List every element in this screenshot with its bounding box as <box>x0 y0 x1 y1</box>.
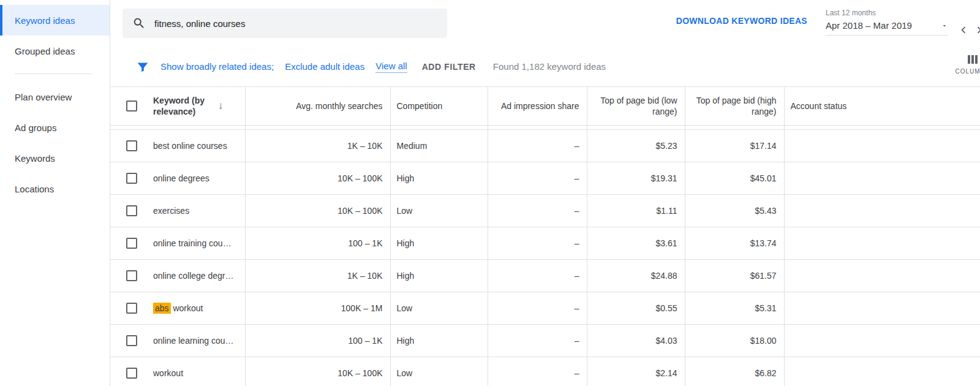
account-status-cell <box>784 194 980 227</box>
keyword-cell: workout <box>153 357 245 386</box>
top-of-page-bid-low-cell: $3.61 <box>587 227 685 259</box>
header-label: Ad impression share <box>501 100 579 112</box>
header-competition[interactable]: Competition <box>390 87 488 125</box>
sidebar-item-locations[interactable]: Locations <box>0 173 110 204</box>
top-of-page-bid-low-cell: $19.31 <box>587 162 685 194</box>
top-of-page-bid-low-cell: $5.23 <box>587 129 685 162</box>
competition-cell: High <box>390 324 488 357</box>
sidebar-item-label: Keywords <box>15 153 55 164</box>
table-row: workout10K – 100KLow–$2.14$6.82 <box>110 357 980 386</box>
sidebar-item-label: Keyword ideas <box>15 15 75 26</box>
select-all-checkbox[interactable] <box>126 100 137 112</box>
account-status-cell <box>784 227 980 259</box>
search-input[interactable] <box>154 18 437 29</box>
download-keyword-ideas-button[interactable]: DOWNLOAD KEYWORD IDEAS <box>676 16 807 26</box>
header-account-status[interactable]: Account status <box>784 87 980 125</box>
keyword-highlight: abs <box>153 303 171 314</box>
sidebar-item-grouped-ideas[interactable]: Grouped ideas <box>0 36 110 66</box>
sidebar-item-ad-groups[interactable]: Ad groups <box>0 112 110 143</box>
row-checkbox[interactable] <box>126 205 137 216</box>
row-checkbox[interactable] <box>126 173 137 184</box>
table-row: exercises10K – 100KLow–$1.11$5.43 <box>110 194 980 227</box>
main-content: DOWNLOAD KEYWORD IDEAS Last 12 months Ap… <box>110 0 980 386</box>
header-keyword[interactable]: Keyword (by relevance) ↓ <box>153 87 245 125</box>
top-of-page-bid-low-cell: $1.11 <box>587 194 685 227</box>
account-status-cell <box>784 259 980 292</box>
account-status-cell <box>784 162 980 194</box>
sidebar-item-plan-overview[interactable]: Plan overview <box>0 81 110 112</box>
competition-cell: Low <box>390 357 488 386</box>
competition-cell: Low <box>390 194 488 227</box>
row-checkbox-cell <box>110 129 153 162</box>
ad-impression-share-cell: – <box>488 259 587 292</box>
top-of-page-bid-high-cell: $13.74 <box>685 227 784 259</box>
table-row: online degrees10K – 100KHigh–$19.31$45.0… <box>110 162 980 194</box>
top-bar: DOWNLOAD KEYWORD IDEAS Last 12 months Ap… <box>110 0 980 47</box>
row-checkbox[interactable] <box>126 140 137 151</box>
ad-impression-share-cell: – <box>488 194 587 227</box>
row-checkbox[interactable] <box>126 303 137 314</box>
top-of-page-bid-high-cell: $45.01 <box>685 162 784 194</box>
header-label: Competition <box>397 100 443 112</box>
results-count: Found 1,182 keyword ideas <box>493 61 606 72</box>
filter-funnel-icon[interactable] <box>136 60 149 74</box>
header-top-of-page-bid-low[interactable]: Top of page bid (low range) <box>587 87 685 125</box>
header-label: Account status <box>791 100 847 112</box>
columns-button[interactable]: COLUMNS <box>951 54 980 75</box>
row-checkbox[interactable] <box>126 270 137 281</box>
header-label: Top of page bid (high range) <box>685 95 777 117</box>
top-of-page-bid-high-cell: $6.82 <box>685 357 784 386</box>
keyword-ideas-table-wrap: Keyword (by relevance) ↓ Avg. monthly se… <box>110 87 980 386</box>
filter-link-view-all[interactable]: View all <box>375 61 407 73</box>
header-label: Avg. monthly searches <box>296 100 382 112</box>
header-shadow-divider <box>110 125 980 129</box>
row-checkbox-cell <box>110 194 153 227</box>
avg-monthly-searches-cell: 1K – 10K <box>245 129 390 162</box>
row-checkbox[interactable] <box>126 238 137 249</box>
date-range-picker: Last 12 months Apr 2018 – Mar 2019 <box>826 9 948 36</box>
keyword-ideas-table: Keyword (by relevance) ↓ Avg. monthly se… <box>110 87 980 386</box>
avg-monthly-searches-cell: 100 – 1K <box>245 324 390 357</box>
filter-link-broadly-related[interactable]: Show broadly related ideas; <box>160 61 274 72</box>
header-avg-monthly-searches[interactable]: Avg. monthly searches <box>245 87 390 125</box>
top-of-page-bid-low-cell: $2.14 <box>587 357 685 386</box>
avg-monthly-searches-cell: 100 – 1K <box>245 227 390 259</box>
chevron-right-icon[interactable] <box>971 22 980 38</box>
table-row: online college degr…1K – 10KHigh–$24.88$… <box>110 259 980 292</box>
account-status-cell <box>784 129 980 162</box>
avg-monthly-searches-cell: 100K – 1M <box>245 292 390 324</box>
filter-bar: Show broadly related ideas; Exclude adul… <box>110 47 980 87</box>
keyword-planner-app: Keyword ideas Grouped ideas Plan overvie… <box>0 0 980 386</box>
header-top-of-page-bid-high[interactable]: Top of page bid (high range) <box>685 87 784 125</box>
top-of-page-bid-high-cell: $5.43 <box>685 194 784 227</box>
table-header-row: Keyword (by relevance) ↓ Avg. monthly se… <box>110 87 980 125</box>
row-checkbox-cell <box>110 259 153 292</box>
sort-descending-icon: ↓ <box>218 100 224 112</box>
header-ad-impression-share[interactable]: Ad impression share <box>488 87 587 125</box>
sidebar-divider <box>15 74 92 74</box>
competition-cell: High <box>390 227 488 259</box>
table-row: online learning cou…100 – 1KHigh–$4.03$1… <box>110 324 980 357</box>
row-checkbox[interactable] <box>126 335 137 346</box>
top-of-page-bid-high-cell: $18.00 <box>685 324 784 357</box>
search-icon <box>132 17 146 30</box>
date-range-select[interactable]: Apr 2018 – Mar 2019 <box>826 20 948 36</box>
avg-monthly-searches-cell: 10K – 100K <box>245 162 390 194</box>
columns-icon <box>967 54 978 65</box>
row-checkbox-cell <box>110 357 153 386</box>
sidebar-item-keyword-ideas[interactable]: Keyword ideas <box>0 5 110 36</box>
sidebar-item-keywords[interactable]: Keywords <box>0 143 110 173</box>
ad-impression-share-cell: – <box>488 292 587 324</box>
filter-link-exclude-adult[interactable]: Exclude adult ideas <box>285 61 364 72</box>
competition-cell: Medium <box>390 129 488 162</box>
account-status-cell <box>784 324 980 357</box>
select-all-cell <box>110 87 153 125</box>
row-checkbox-cell <box>110 162 153 194</box>
row-checkbox[interactable] <box>126 368 137 379</box>
row-checkbox-cell <box>110 324 153 357</box>
add-filter-button[interactable]: ADD FILTER <box>422 62 476 72</box>
keyword-search-box <box>123 9 447 38</box>
table-row: best online courses1K – 10KMedium–$5.23$… <box>110 129 980 162</box>
chevron-left-icon[interactable] <box>956 22 971 38</box>
keyword-cell: online degrees <box>153 162 245 194</box>
